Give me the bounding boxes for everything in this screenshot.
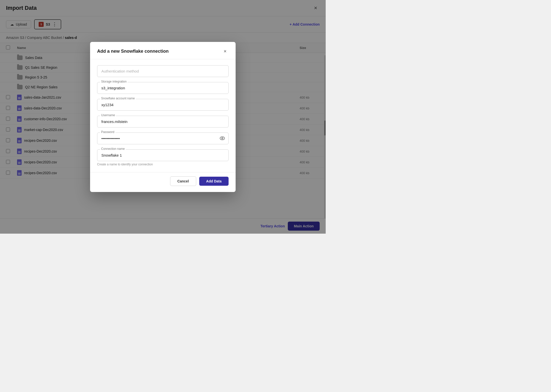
modal-header: Add a new Snowflake connection × [90,42,236,59]
storage-integration-field: Storage integration [97,82,229,94]
password-wrapper [97,133,229,144]
eye-icon [220,136,225,141]
username-field: Username [97,116,229,127]
svg-point-0 [220,137,225,140]
password-toggle-button[interactable] [220,136,225,141]
modal-footer: Cancel Add Data [90,172,236,192]
username-label: Username [100,113,116,117]
modal-title: Add a new Snowflake connection [97,49,169,54]
snowflake-connection-modal: Add a new Snowflake connection × Authent… [90,42,236,192]
svg-point-1 [222,138,223,139]
auth-method-field: Authentication method [97,65,229,77]
username-input[interactable] [97,116,229,127]
account-name-field: Snowflake account name [97,99,229,111]
password-input[interactable] [97,133,229,144]
password-field: Password [97,133,229,144]
add-data-button[interactable]: Add Data [199,177,229,186]
modal-body: Authentication method Storage integratio… [90,59,236,172]
auth-method-select[interactable]: Authentication method [97,65,229,77]
connection-name-hint: Create a name to identify your connectio… [97,163,229,166]
password-label: Password [100,130,115,134]
account-name-label: Snowflake account name [100,97,136,100]
connection-name-input[interactable] [97,149,229,161]
modal-close-button[interactable]: × [222,48,229,55]
storage-integration-label: Storage integration [100,80,127,83]
storage-integration-input[interactable] [97,82,229,94]
account-name-input[interactable] [97,99,229,111]
connection-name-field: Connection name Create a name to identif… [97,149,229,166]
cancel-button[interactable]: Cancel [170,176,196,186]
connection-name-label: Connection name [100,147,126,151]
